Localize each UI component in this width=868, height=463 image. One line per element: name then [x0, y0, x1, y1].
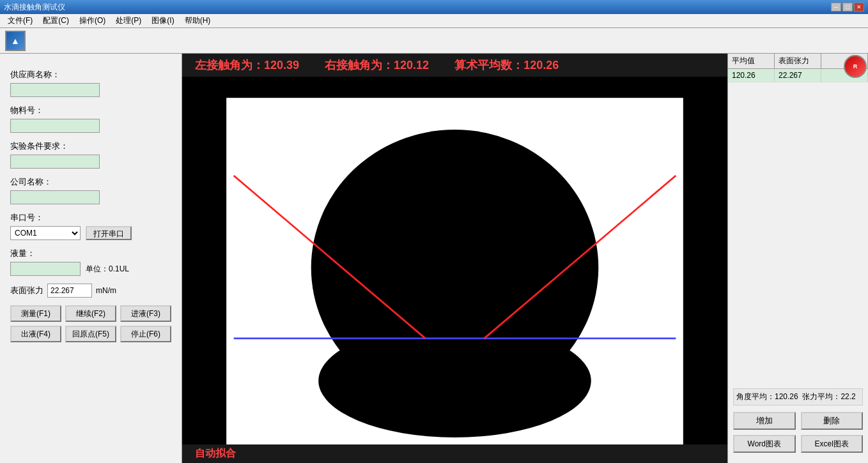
add-delete-row: 增加 删除	[733, 412, 863, 430]
brand-logo-right: R	[844, 55, 867, 78]
export-row: Word图表 Excel图表	[733, 435, 863, 453]
material-label: 物料号：	[10, 105, 171, 116]
add-button[interactable]: 增加	[733, 412, 796, 430]
menu-image[interactable]: 图像(I)	[146, 14, 179, 27]
eject-button[interactable]: 出液(F4)	[10, 326, 61, 342]
surface-tension-input[interactable]: 22.267	[47, 284, 92, 298]
window-title: 水滴接触角测试仪	[4, 2, 65, 13]
supplier-input[interactable]	[10, 83, 100, 97]
port-label: 串口号：	[10, 212, 171, 224]
camera-view: 左接触角为：120.39 右接触角为：120.12 算术平均数：120.26	[182, 54, 727, 463]
surface-tension-unit: mN/m	[96, 286, 116, 295]
experiment-label: 实验条件要求：	[10, 140, 171, 152]
col-surface: 表面张力	[775, 54, 821, 68]
volume-label: 液量：	[10, 248, 171, 259]
menu-help[interactable]: 帮助(H)	[180, 14, 216, 27]
cell-surface: 22.267	[775, 69, 821, 82]
sidebar: 供应商名称： 物料号： 实验条件要求： 公司名称： 串口号： COM1 COM2…	[0, 54, 182, 463]
close-button[interactable]: ✕	[854, 3, 864, 11]
surface-tension-label: 表面张力	[10, 285, 43, 296]
port-row: COM1 COM2 COM3 打开串口	[10, 226, 171, 240]
minimize-button[interactable]: ─	[831, 3, 841, 11]
volume-unit: 单位：0.1UL	[86, 264, 129, 275]
menu-process[interactable]: 处理(P)	[111, 14, 146, 27]
svg-point-3	[318, 324, 591, 437]
col-avg: 平均值	[728, 54, 775, 68]
measure-button[interactable]: 测量(F1)	[10, 305, 61, 322]
volume-row: 单位：0.1UL	[10, 262, 171, 276]
surface-tension-row: 表面张力 22.267 mN/m	[10, 284, 171, 298]
title-bar: 水滴接触角测试仪 ─ □ ✕	[0, 0, 868, 14]
home-button[interactable]: 回原点(F5)	[65, 326, 116, 342]
angle-avg-label: 角度平均：	[736, 392, 775, 401]
word-button[interactable]: Word图表	[733, 435, 796, 453]
droplet-visualization	[182, 77, 727, 444]
maximize-button[interactable]: □	[842, 3, 853, 11]
summary-text: 角度平均：120.26 张力平均：22.2	[733, 388, 863, 406]
btn-row-1: 测量(F1) 继续(F2) 进液(F3)	[10, 305, 171, 322]
avg-label: 算术平均数：120.26	[454, 57, 559, 73]
menu-bar: 文件(F) 配置(C) 操作(O) 处理(P) 图像(I) 帮助(H)	[0, 14, 868, 28]
auto-fit-label: 自动拟合	[182, 444, 727, 463]
btn-row-2: 出液(F4) 回原点(F5) 停止(F6)	[10, 326, 171, 342]
open-port-button[interactable]: 打开串口	[86, 226, 132, 240]
material-input[interactable]	[10, 119, 100, 133]
continue-button[interactable]: 继续(F2)	[65, 305, 116, 322]
data-table: 平均值 表面张力 120.26 22.267 R	[728, 54, 868, 383]
supplier-label: 供应商名称：	[10, 69, 171, 80]
app-logo: ▲	[5, 31, 26, 51]
cell-avg: 120.26	[728, 69, 775, 82]
main-layout: 供应商名称： 物料号： 实验条件要求： 公司名称： 串口号： COM1 COM2…	[0, 54, 868, 463]
excel-button[interactable]: Excel图表	[801, 435, 864, 453]
stop-button[interactable]: 停止(F6)	[120, 326, 171, 342]
force-avg-value: 22.2	[841, 392, 855, 401]
menu-config[interactable]: 配置(C)	[38, 14, 74, 27]
menu-file[interactable]: 文件(F)	[3, 14, 38, 27]
camera-canvas	[182, 77, 727, 444]
menu-operation[interactable]: 操作(O)	[74, 14, 111, 27]
measurement-bar: 左接触角为：120.39 右接触角为：120.12 算术平均数：120.26	[182, 54, 727, 77]
force-avg-label: 张力平均：	[802, 392, 841, 401]
inject-button[interactable]: 进液(F3)	[120, 305, 171, 322]
title-bar-buttons: ─ □ ✕	[831, 3, 864, 11]
toolbar: ▲	[0, 28, 868, 54]
company-label: 公司名称：	[10, 176, 171, 188]
experiment-input[interactable]	[10, 155, 100, 169]
angle-avg-value: 120.26	[775, 392, 798, 401]
delete-button[interactable]: 删除	[801, 412, 864, 430]
action-buttons: 测量(F1) 继续(F2) 进液(F3) 出液(F4) 回原点(F5) 停止(F…	[10, 305, 171, 342]
right-panel: 平均值 表面张力 120.26 22.267 R 角度平均：120.26 张力平…	[727, 54, 868, 463]
volume-input[interactable]	[10, 262, 81, 276]
left-angle-label: 左接触角为：120.39	[195, 57, 299, 73]
right-panel-bottom: 角度平均：120.26 张力平均：22.2 增加 删除 Word图表 Excel…	[728, 383, 868, 463]
right-angle-label: 右接触角为：120.12	[325, 57, 429, 73]
com-port-select[interactable]: COM1 COM2 COM3	[10, 226, 81, 240]
company-input[interactable]	[10, 190, 100, 204]
